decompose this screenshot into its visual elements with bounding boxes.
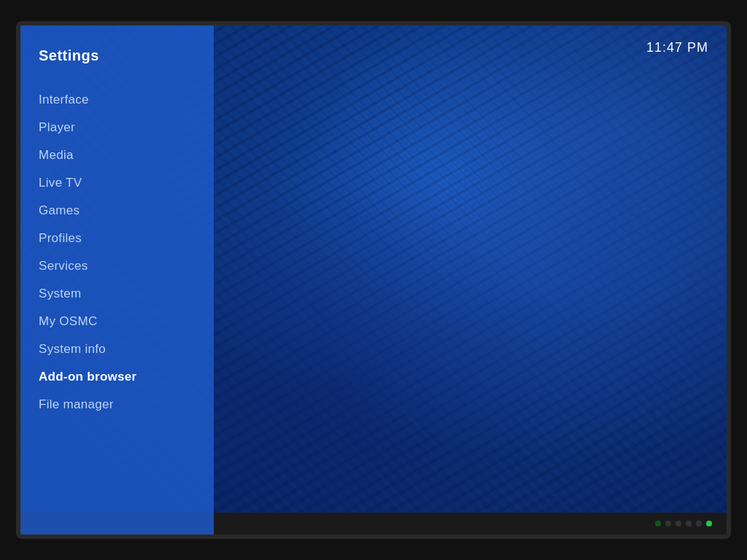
sidebar-item-live-tv[interactable]: Live TV (20, 169, 214, 197)
sidebar-item-services[interactable]: Services (20, 252, 214, 280)
sidebar-item-media[interactable]: Media (20, 141, 214, 169)
sidebar-item-profiles[interactable]: Profiles (20, 225, 214, 252)
sidebar-item-file-manager[interactable]: File manager (20, 391, 214, 419)
sidebar-item-system-info[interactable]: System info (20, 335, 214, 363)
indicator-4 (686, 521, 692, 526)
sidebar: Settings Interface Player Media Live TV … (20, 26, 214, 534)
indicator-1 (655, 521, 661, 526)
sidebar-item-interface[interactable]: Interface (20, 86, 214, 114)
menu-list: Interface Player Media Live TV Games Pro… (20, 86, 214, 419)
sidebar-title: Settings (20, 47, 214, 82)
screen: Settings Interface Player Media Live TV … (20, 26, 727, 534)
indicator-2 (665, 521, 671, 526)
indicator-5 (696, 521, 702, 526)
sidebar-item-my-osmc[interactable]: My OSMC (20, 308, 214, 335)
monitor-bezel: Settings Interface Player Media Live TV … (16, 21, 731, 539)
clock-display: 11:47 PM (646, 40, 708, 55)
sidebar-item-player[interactable]: Player (20, 114, 214, 141)
sidebar-item-add-on-browser[interactable]: Add-on browser (20, 363, 214, 391)
indicator-3 (676, 521, 681, 526)
sidebar-item-system[interactable]: System (20, 280, 214, 308)
indicator-power (706, 521, 712, 526)
sidebar-item-games[interactable]: Games (20, 197, 214, 225)
